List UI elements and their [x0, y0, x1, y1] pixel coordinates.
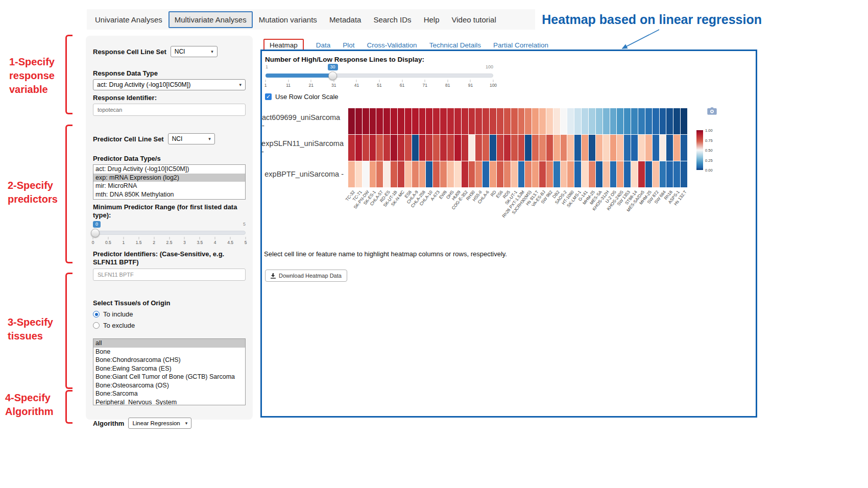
heatmap-cell[interactable]: [412, 161, 419, 187]
heatmap-cell[interactable]: [363, 108, 369, 134]
heatmap-cell[interactable]: [610, 161, 617, 187]
tissue-include-radio[interactable]: [93, 311, 100, 318]
heatmap-cell[interactable]: [561, 108, 567, 134]
tab-technical-details[interactable]: Technical Details: [429, 41, 481, 49]
heatmap-cell[interactable]: [539, 135, 546, 161]
slider-handle[interactable]: [328, 71, 337, 80]
heatmap-cell[interactable]: [546, 108, 553, 134]
heatmap-cell[interactable]: [653, 135, 659, 161]
heatmap-cell[interactable]: [376, 135, 383, 161]
slider-track[interactable]: [93, 231, 246, 235]
heatmap-cell[interactable]: [454, 161, 461, 187]
heatmap-cell[interactable]: [596, 135, 602, 161]
heatmap-cell[interactable]: [483, 108, 489, 134]
nav-item-help[interactable]: Help: [418, 11, 446, 28]
heatmap-cell[interactable]: [447, 135, 454, 161]
tissue-option-all[interactable]: all: [93, 339, 245, 348]
heatmap-cell[interactable]: [645, 108, 652, 134]
heatmap-cell[interactable]: [610, 108, 617, 134]
heatmap-cell[interactable]: [419, 161, 426, 187]
response-lines-slider[interactable]: 1 100 30 1112131415161718191100: [266, 64, 493, 88]
heatmap-cell[interactable]: [391, 108, 397, 134]
heatmap-cell[interactable]: [666, 161, 673, 187]
heatmap-cell[interactable]: [653, 161, 659, 187]
heatmap-cell[interactable]: [426, 161, 432, 187]
predictor-data-type-option-act-drug-activity-log10-ic50m[interactable]: act: Drug Activity (-log10[IC50M]): [93, 165, 245, 174]
heatmap-cell[interactable]: [539, 108, 546, 134]
heatmap-cell[interactable]: [610, 135, 617, 161]
heatmap-cell[interactable]: [412, 108, 419, 134]
heatmap-cell[interactable]: [447, 161, 454, 187]
heatmap-cell[interactable]: [638, 161, 645, 187]
heatmap-cell[interactable]: [355, 161, 362, 187]
heatmap-cell[interactable]: [525, 108, 532, 134]
heatmap-cell[interactable]: [419, 135, 426, 161]
nav-item-metadata[interactable]: Metadata: [323, 11, 368, 28]
heatmap-cell[interactable]: [589, 135, 595, 161]
heatmap-cell[interactable]: [532, 161, 539, 187]
heatmap-cell[interactable]: [653, 108, 659, 134]
heatmap-cell[interactable]: [412, 135, 419, 161]
heatmap-cell[interactable]: [391, 161, 397, 187]
min-predictor-range-slider[interactable]: 0 5 00.511.522.533.544.55: [93, 222, 246, 245]
heatmap-cell[interactable]: [617, 135, 623, 161]
heatmap-cell[interactable]: [673, 161, 680, 187]
heatmap-cell[interactable]: [603, 135, 610, 161]
heatmap-cell[interactable]: [433, 161, 440, 187]
heatmap-cell[interactable]: [645, 161, 652, 187]
heatmap-cell[interactable]: [603, 161, 610, 187]
heatmap-cell[interactable]: [462, 135, 468, 161]
heatmap-cell[interactable]: [363, 135, 369, 161]
heatmap-cell[interactable]: [405, 108, 412, 134]
heatmap-cell[interactable]: [490, 108, 496, 134]
heatmap-cell[interactable]: [511, 108, 518, 134]
heatmap-cell[interactable]: [490, 161, 496, 187]
heatmap-cell[interactable]: [511, 135, 518, 161]
heatmap-cell[interactable]: [440, 108, 447, 134]
camera-icon[interactable]: [707, 107, 717, 115]
heatmap-cell[interactable]: [504, 161, 511, 187]
heatmap-cell[interactable]: [469, 135, 475, 161]
nav-item-mutation-variants[interactable]: Mutation variants: [253, 11, 323, 28]
heatmap-cell[interactable]: [490, 135, 496, 161]
tab-plot[interactable]: Plot: [343, 41, 354, 49]
heatmap-cell[interactable]: [574, 161, 581, 187]
heatmap-cell[interactable]: [475, 161, 482, 187]
heatmap-row-label-act609699-unisarcoma[interactable]: act609699_uniSarcoma -: [262, 108, 347, 135]
heatmap-cell[interactable]: [582, 135, 588, 161]
heatmap-cell[interactable]: [475, 108, 482, 134]
heatmap-cell[interactable]: [355, 108, 362, 134]
heatmap-cell[interactable]: [567, 108, 574, 134]
heatmap-cell[interactable]: [582, 161, 588, 187]
heatmap-cell[interactable]: [660, 108, 666, 134]
heatmap-cell[interactable]: [511, 161, 518, 187]
heatmap-cell[interactable]: [405, 161, 412, 187]
heatmap-cell[interactable]: [433, 108, 440, 134]
heatmap-cell[interactable]: [525, 135, 532, 161]
heatmap-cell[interactable]: [454, 135, 461, 161]
algorithm-select[interactable]: Linear Regression ▾: [128, 418, 191, 429]
heatmap-cell[interactable]: [673, 135, 680, 161]
heatmap-cell[interactable]: [518, 161, 525, 187]
heatmap-cell[interactable]: [603, 108, 610, 134]
heatmap-cell[interactable]: [617, 108, 623, 134]
tissue-option-peripheral-nervous-system[interactable]: Peripheral_Nervous_System: [93, 398, 245, 406]
nav-item-univariate-analyses[interactable]: Univariate Analyses: [89, 11, 168, 28]
heatmap-cell[interactable]: [462, 108, 468, 134]
heatmap-cell[interactable]: [561, 161, 567, 187]
tissue-option-bone-sarcoma[interactable]: Bone:Sarcoma: [93, 389, 245, 398]
heatmap-cell[interactable]: [638, 108, 645, 134]
heatmap-cell[interactable]: [596, 108, 602, 134]
heatmap-cell[interactable]: [631, 161, 638, 187]
predictor-data-type-option-mir-microrna[interactable]: mir: MicroRNA: [93, 182, 245, 190]
heatmap-cell[interactable]: [589, 161, 595, 187]
heatmap-cell[interactable]: [348, 135, 355, 161]
heatmap-cell[interactable]: [589, 108, 595, 134]
tab-partial-correlation[interactable]: Partial Correlation: [493, 41, 548, 49]
heatmap-cell[interactable]: [532, 135, 539, 161]
heatmap-cell[interactable]: [546, 135, 553, 161]
tissue-option-bone-ewing-sarcoma-es[interactable]: Bone:Ewing Sarcoma (ES): [93, 364, 245, 373]
heatmap-cell[interactable]: [631, 108, 638, 134]
heatmap-cell[interactable]: [596, 161, 602, 187]
heatmap-cell[interactable]: [462, 161, 468, 187]
